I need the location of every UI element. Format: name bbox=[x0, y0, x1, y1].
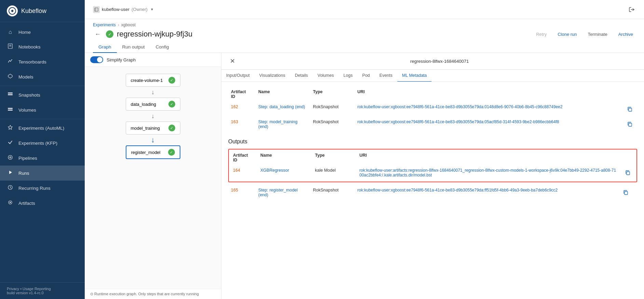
output-row-164: 164 XGBRegressor kale Model rok:kubeflow… bbox=[230, 165, 635, 180]
svg-point-15 bbox=[10, 202, 11, 203]
copy-button-163[interactable] bbox=[625, 119, 634, 129]
sidebar-item-experiments-automl[interactable]: Experiments (AutoML) bbox=[0, 120, 85, 136]
app-logo[interactable]: Kubeflow bbox=[0, 0, 85, 22]
graph-node-create-volume[interactable]: create-volume-1 ✓ bbox=[126, 74, 180, 87]
artifact-id-162: 162 bbox=[228, 102, 256, 117]
page-header: Experiments › xgboost ← ✓ regression-wjk… bbox=[85, 19, 644, 53]
detail-tab-events[interactable]: Events bbox=[375, 70, 397, 82]
graph-arrow-3: ↓ bbox=[151, 134, 155, 145]
detail-body: ArtifactID Name Type URI 162 bbox=[221, 82, 644, 299]
artifact-name-163[interactable]: Step: model_training (end) bbox=[258, 119, 298, 129]
artifact-type-165: RokSnapshot bbox=[310, 185, 355, 200]
sidebar-item-artifacts[interactable]: Artifacts bbox=[0, 196, 85, 211]
artifact-name-164[interactable]: XGBRegressor bbox=[260, 168, 289, 173]
svg-rect-16 bbox=[95, 8, 98, 11]
privacy-link[interactable]: Privacy bbox=[7, 287, 19, 291]
copy-button-165[interactable] bbox=[621, 188, 630, 197]
svg-marker-4 bbox=[8, 74, 12, 78]
detail-tab-input-output[interactable]: Input/Output bbox=[221, 70, 255, 82]
node-label: create-volume-1 bbox=[131, 78, 163, 83]
artifact-uri-163[interactable]: rok:kubeflow-user:xgboost:ee7948f6-561a-… bbox=[357, 119, 559, 124]
artifact-id-163: 163 bbox=[228, 117, 256, 132]
detail-tab-details[interactable]: Details bbox=[290, 70, 313, 82]
tab-graph[interactable]: Graph bbox=[93, 42, 117, 53]
sidebar-item-runs[interactable]: Runs bbox=[0, 166, 85, 181]
node-status-icon: ✓ bbox=[168, 125, 175, 131]
volumes-icon bbox=[7, 106, 14, 113]
sidebar-item-models[interactable]: Models bbox=[0, 69, 85, 84]
logout-button[interactable] bbox=[628, 5, 636, 14]
outputs-table: ArtifactID Name Type URI 16 bbox=[230, 151, 635, 180]
svg-rect-5 bbox=[8, 92, 13, 94]
recurring-runs-icon bbox=[7, 185, 14, 191]
simplify-graph-bar: Simplify Graph bbox=[85, 53, 221, 67]
sidebar-item-recurring-runs[interactable]: Recurring Runs bbox=[0, 181, 85, 196]
graph-node-model-training[interactable]: model_training ✓ bbox=[126, 122, 180, 134]
artifact-uri-165[interactable]: rok:kubeflow-user:xgboost:ee7948f6-561a-… bbox=[357, 188, 558, 193]
breadcrumb-experiments[interactable]: Experiments bbox=[93, 23, 116, 27]
detail-tab-volumes[interactable]: Volumes bbox=[313, 70, 339, 82]
sidebar-nav: ⌂ Home Notebooks Tensorboards Models bbox=[0, 22, 85, 282]
artifact-name-162[interactable]: Step: data_loading (end) bbox=[258, 104, 305, 109]
out-col-artifact-id: ArtifactID bbox=[230, 151, 258, 165]
graph-panel: Simplify Graph create-volume-1 ✓ ↓ data_… bbox=[85, 53, 221, 299]
copy-button-164[interactable] bbox=[623, 168, 632, 177]
sidebar-footer: Privacy • Usage Reporting build version … bbox=[0, 282, 85, 299]
usage-reporting-link[interactable]: Usage Reporting bbox=[23, 287, 51, 291]
graph-arrow-1: ↓ bbox=[151, 87, 154, 98]
graph-node-register-model[interactable]: register_model ✓ bbox=[126, 145, 180, 159]
clone-run-button[interactable]: Clone run bbox=[555, 30, 579, 38]
node-label: register_model bbox=[131, 150, 161, 155]
col-type: Type bbox=[310, 87, 355, 102]
detail-tab-logs[interactable]: Logs bbox=[339, 70, 357, 82]
copy-button-162[interactable] bbox=[625, 104, 634, 114]
input-row-162: 162 Step: data_loading (end) RokSnapshot… bbox=[228, 102, 637, 117]
outputs-table-extra: 165 Step: register_model (end) RokSnapsh… bbox=[228, 185, 637, 200]
tab-config[interactable]: Config bbox=[150, 42, 175, 53]
artifact-id-164: 164 bbox=[230, 165, 258, 180]
svg-rect-20 bbox=[629, 123, 632, 126]
artifact-uri-164[interactable]: rok:kubeflow-user:artifacts:regression-8… bbox=[359, 168, 616, 177]
sidebar-item-volumes[interactable]: Volumes bbox=[0, 102, 85, 117]
sidebar-item-label: Models bbox=[18, 74, 33, 80]
tab-run-output[interactable]: Run output bbox=[117, 42, 150, 53]
simplify-graph-toggle[interactable] bbox=[90, 56, 103, 63]
sidebar-item-notebooks[interactable]: Notebooks bbox=[0, 39, 85, 54]
body-area: Simplify Graph create-volume-1 ✓ ↓ data_… bbox=[85, 53, 644, 299]
sidebar-item-label: Artifacts bbox=[18, 201, 35, 206]
sidebar: Kubeflow ⌂ Home Notebooks Tensorboards M… bbox=[0, 0, 85, 299]
sidebar-item-snapshots[interactable]: Snapshots bbox=[0, 87, 85, 102]
detail-close-button[interactable]: ✕ bbox=[228, 57, 236, 65]
sidebar-item-tensorboards[interactable]: Tensorboards bbox=[0, 54, 85, 69]
namespace-selector[interactable]: kubeflow-user (Owner) ▼ bbox=[93, 6, 154, 13]
node-label: data_loading bbox=[131, 102, 156, 107]
sidebar-item-experiments-kfp[interactable]: Experiments (KFP) bbox=[0, 136, 85, 151]
sidebar-item-label: Tensorboards bbox=[18, 59, 46, 65]
svg-rect-6 bbox=[8, 94, 13, 95]
svg-marker-12 bbox=[9, 171, 12, 174]
sidebar-item-label: Runs bbox=[18, 171, 29, 176]
retry-button[interactable]: Retry bbox=[533, 30, 549, 38]
detail-tab-pod[interactable]: Pod bbox=[357, 70, 374, 82]
sidebar-item-pipelines[interactable]: Pipelines bbox=[0, 151, 85, 166]
svg-rect-7 bbox=[8, 108, 13, 109]
simplify-graph-label: Simplify Graph bbox=[107, 57, 136, 62]
input-row-163: 163 Step: model_training (end) RokSnapsh… bbox=[228, 117, 637, 132]
artifact-name-165[interactable]: Step: register_model (end) bbox=[258, 188, 298, 197]
outputs-title: Outputs bbox=[228, 139, 637, 145]
archive-button[interactable]: Archive bbox=[616, 30, 636, 38]
artifact-uri-162[interactable]: rok:kubeflow-user:xgboost:ee7948f6-561a-… bbox=[357, 104, 562, 109]
sidebar-item-label: Experiments (KFP) bbox=[18, 141, 57, 146]
outputs-section: Outputs ArtifactID Name Type URI bbox=[228, 139, 637, 200]
experiments-kfp-icon bbox=[7, 140, 14, 146]
tensorboards-icon bbox=[7, 58, 14, 65]
artifact-type-162: RokSnapshot bbox=[310, 102, 355, 117]
detail-tab-ml-metadata[interactable]: ML Metadata bbox=[397, 70, 432, 82]
notebooks-icon bbox=[7, 43, 14, 50]
detail-tab-visualizations[interactable]: Visualizations bbox=[255, 70, 290, 82]
page-actions: Retry Clone run Terminate Archive bbox=[533, 30, 636, 38]
graph-node-data-loading[interactable]: data_loading ✓ bbox=[126, 98, 180, 111]
back-button[interactable]: ← bbox=[93, 29, 102, 39]
sidebar-item-home[interactable]: ⌂ Home bbox=[0, 25, 85, 39]
terminate-button[interactable]: Terminate bbox=[585, 30, 610, 38]
